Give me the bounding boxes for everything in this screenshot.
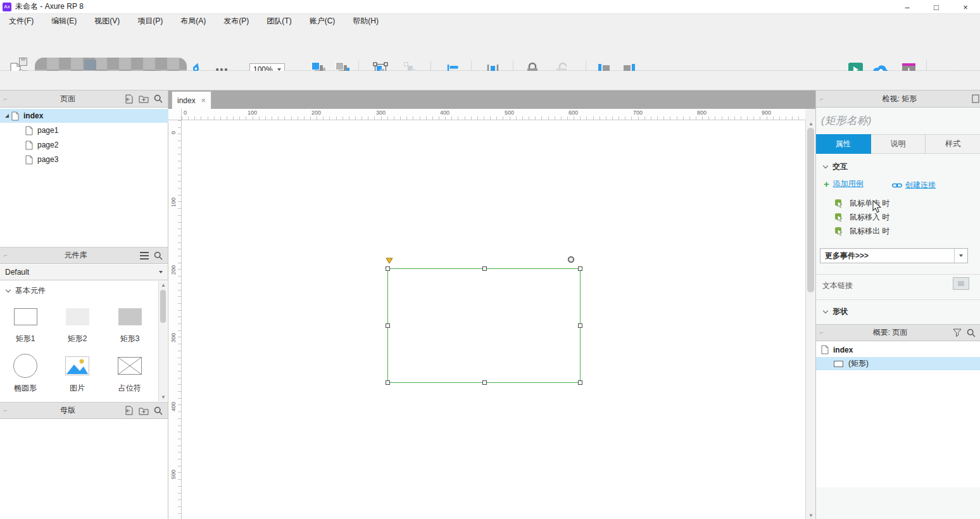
widget-rect1[interactable]: 矩形1 bbox=[0, 303, 51, 344]
create-connection-button[interactable]: 创建连接 bbox=[892, 180, 936, 191]
collapse-panel-icon[interactable]: ⌐ bbox=[4, 252, 11, 259]
add-folder-icon[interactable] bbox=[139, 406, 149, 415]
left-sidebar: ⌐ 页面 index page1 page2 page3 bbox=[0, 91, 168, 519]
list-menu-icon[interactable] bbox=[140, 252, 149, 260]
event-on-click[interactable]: 鼠标单击 时 bbox=[835, 198, 889, 209]
outline-item-rectangle[interactable]: (矩形) bbox=[816, 357, 980, 370]
menu-project[interactable]: 项目(P) bbox=[129, 14, 172, 28]
scrollbar-thumb[interactable] bbox=[160, 290, 166, 323]
inspector-panel-header: ⌐ 检视: 矩形 bbox=[816, 91, 980, 108]
resize-handle-e[interactable] bbox=[578, 323, 582, 328]
add-page-icon[interactable] bbox=[124, 94, 134, 104]
menu-publish[interactable]: 发布(P) bbox=[215, 14, 258, 28]
collapse-panel-icon[interactable]: ⌐ bbox=[820, 96, 827, 103]
ruler-corner bbox=[168, 109, 182, 120]
tree-expander-icon[interactable] bbox=[5, 114, 9, 118]
add-folder-icon[interactable] bbox=[139, 94, 149, 103]
event-on-mouse-enter[interactable]: 鼠标移入 时 bbox=[835, 212, 889, 223]
tab-index[interactable]: index × bbox=[172, 91, 211, 109]
save-icon[interactable] bbox=[19, 58, 27, 66]
page-icon bbox=[821, 345, 829, 354]
menu-view[interactable]: 视图(V) bbox=[85, 14, 129, 28]
widget-name-placeholder[interactable]: (矩形名称) bbox=[821, 113, 871, 128]
horizontal-ruler: 0 100 200 300 400 500 600 700 800 900 bbox=[182, 109, 805, 120]
ellipse-thumb-icon bbox=[13, 353, 37, 379]
tab-style[interactable]: 样式 bbox=[926, 134, 980, 154]
interaction-section-header[interactable]: 交互 bbox=[824, 161, 848, 172]
h-ruler-label: 0 bbox=[184, 109, 187, 116]
widget-ellipse[interactable]: 椭圆形 bbox=[0, 353, 51, 394]
page-item-page1[interactable]: page1 bbox=[0, 123, 168, 137]
menu-file[interactable]: 文件(F) bbox=[0, 14, 42, 28]
widgets-scrollbar[interactable]: ▲ ▼ bbox=[158, 281, 167, 401]
menu-edit[interactable]: 编辑(E) bbox=[42, 14, 85, 28]
search-icon[interactable] bbox=[154, 94, 163, 103]
more-events-select[interactable]: 更多事件>>> bbox=[820, 248, 968, 263]
inspector-sidebar: ⌐ 检视: 矩形 (矩形名称) 属性 说明 样式 交互 + 添加用例 创建连接 … bbox=[815, 91, 980, 519]
search-icon[interactable] bbox=[967, 328, 976, 337]
resize-handle-sw[interactable] bbox=[386, 380, 390, 385]
event-case-icon bbox=[835, 199, 844, 208]
widget-rect2[interactable]: 矩形2 bbox=[52, 303, 103, 344]
rotate-handle-icon[interactable] bbox=[567, 256, 575, 263]
add-page-icon[interactable] bbox=[124, 406, 134, 415]
v-ruler-label: 300 bbox=[170, 333, 177, 342]
resize-handle-nw[interactable] bbox=[386, 266, 390, 271]
text-link-button[interactable] bbox=[953, 277, 969, 290]
collapse-panel-icon[interactable]: ⌐ bbox=[4, 96, 11, 103]
page-item-page3[interactable]: page3 bbox=[0, 153, 168, 166]
scrollbar-thumb[interactable] bbox=[807, 128, 814, 292]
h-ruler-label: 300 bbox=[376, 109, 386, 116]
tab-properties[interactable]: 属性 bbox=[816, 134, 871, 154]
v-ruler-label: 0 bbox=[170, 131, 177, 134]
vertical-ruler: 0 100 200 300 400 500 bbox=[168, 120, 182, 519]
collapse-panel-icon[interactable]: ⌐ bbox=[4, 407, 11, 414]
scroll-down-icon[interactable]: ▼ bbox=[808, 513, 814, 518]
dropdown-arrow-icon bbox=[959, 254, 963, 257]
canvas-page[interactable] bbox=[182, 120, 805, 519]
outline-item-index[interactable]: index bbox=[816, 343, 980, 356]
shape-section-header[interactable]: 形状 bbox=[824, 306, 848, 317]
page-icon bbox=[25, 155, 33, 165]
widget-image[interactable]: 图片 bbox=[52, 353, 103, 394]
selected-rectangle-widget[interactable] bbox=[387, 268, 581, 383]
resize-handle-s[interactable] bbox=[482, 380, 487, 385]
page-item-index[interactable]: index bbox=[0, 109, 168, 123]
placeholder-thumb-icon bbox=[118, 353, 142, 379]
scroll-up-icon[interactable]: ▲ bbox=[161, 282, 166, 288]
event-on-mouse-out[interactable]: 鼠标移出 时 bbox=[835, 226, 889, 237]
inspector-tabs: 属性 说明 样式 bbox=[816, 134, 980, 154]
maximize-button[interactable]: □ bbox=[922, 0, 951, 14]
resize-handle-se[interactable] bbox=[578, 380, 582, 385]
outline-tree: index (矩形) bbox=[816, 342, 980, 487]
scroll-down-icon[interactable]: ▼ bbox=[161, 394, 166, 400]
resize-handle-n[interactable] bbox=[482, 266, 487, 271]
search-icon[interactable] bbox=[154, 251, 163, 260]
search-icon[interactable] bbox=[154, 406, 163, 415]
tab-notes[interactable]: 说明 bbox=[871, 134, 926, 154]
close-button[interactable]: × bbox=[951, 0, 980, 14]
menu-layout[interactable]: 布局(A) bbox=[172, 14, 215, 28]
menu-help[interactable]: 帮助(H) bbox=[344, 14, 387, 28]
tab-close-icon[interactable]: × bbox=[201, 96, 206, 105]
menu-team[interactable]: 团队(T) bbox=[258, 14, 300, 28]
widget-section-basic[interactable]: 基本元件 bbox=[6, 285, 46, 296]
menu-bar: 文件(F) 编辑(E) 视图(V) 项目(P) 布局(A) 发布(P) 团队(T… bbox=[0, 14, 980, 28]
widget-rect3[interactable]: 矩形3 bbox=[104, 303, 155, 344]
detach-panel-icon[interactable] bbox=[972, 94, 979, 103]
resize-handle-ne[interactable] bbox=[578, 266, 582, 271]
h-ruler-label: 500 bbox=[505, 109, 514, 116]
menu-account[interactable]: 账户(C) bbox=[301, 14, 344, 28]
resize-handle-w[interactable] bbox=[386, 323, 390, 328]
minimize-button[interactable]: – bbox=[893, 0, 922, 14]
filter-icon[interactable] bbox=[953, 328, 962, 337]
widget-placeholder[interactable]: 占位符 bbox=[104, 353, 155, 394]
outline-panel-header: ⌐ 概要: 页面 bbox=[816, 324, 980, 341]
collapse-panel-icon[interactable]: ⌐ bbox=[820, 329, 827, 336]
canvas-vertical-scrollbar[interactable]: ▲ ▼ bbox=[805, 120, 815, 519]
page-item-page2[interactable]: page2 bbox=[0, 138, 168, 152]
add-case-button[interactable]: + 添加用例 bbox=[824, 178, 864, 189]
scroll-up-icon[interactable]: ▲ bbox=[808, 121, 814, 127]
widget-library-select[interactable]: Default bbox=[0, 265, 168, 280]
interaction-marker-icon bbox=[386, 258, 393, 264]
